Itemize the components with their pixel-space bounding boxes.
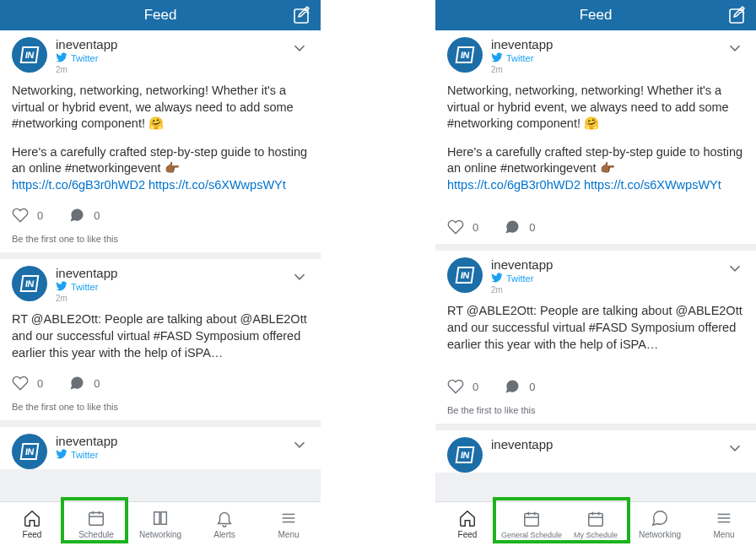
comment-icon [68,207,85,224]
twitter-icon [491,273,503,284]
like-count: 0 [472,381,478,393]
nav-networking[interactable]: Networking [628,502,692,546]
topbar-title: Feed [580,7,613,24]
post-time: 2m [491,65,553,74]
like-button[interactable]: 0 [12,207,43,224]
avatar[interactable]: IN [447,257,483,293]
bottom-nav: Feed Schedule Networking Alerts Menu [0,501,321,546]
heart-icon [12,207,29,224]
like-button[interactable]: 0 [447,219,478,235]
post-menu-chevron[interactable] [726,39,744,57]
calendar-icon [87,509,105,527]
first-like-text: Be the first to like this [447,405,744,415]
comment-button[interactable]: 0 [68,375,100,392]
first-like-text: Be the first one to like this [12,234,309,244]
avatar[interactable]: IN [447,37,483,73]
heart-icon [12,375,29,392]
comment-button[interactable]: 0 [68,207,100,224]
post-author[interactable]: ineventapp [56,37,117,51]
compose-button[interactable] [727,5,748,25]
avatar[interactable]: IN [12,266,47,301]
nav-menu[interactable]: Menu [256,502,321,546]
post-source: Twitter [71,282,98,292]
post-menu-chevron[interactable] [290,435,309,454]
post-author[interactable]: ineventapp [56,434,117,448]
post-time: 2m [56,65,117,74]
calendar-icon [522,510,541,528]
comment-count: 0 [529,221,535,234]
post-menu-chevron[interactable] [726,259,744,278]
comment-count: 0 [94,377,100,390]
home-icon [23,509,41,527]
nav-schedule[interactable]: Schedule [64,502,128,546]
nav-menu[interactable]: Menu [692,502,756,546]
feed-post: IN ineventapp Twitter 2m RT @ABLE2Ott: P… [0,259,321,420]
post-body: RT @ABLE2Ott: People are talking about @… [447,303,744,353]
post-author[interactable]: ineventapp [56,266,117,280]
post-link[interactable]: https://t.co/6gB3r0hWD2 [12,178,145,192]
like-count: 0 [37,209,43,222]
topbar-title: Feed [144,7,177,24]
like-count: 0 [472,221,478,234]
topbar: Feed [0,0,321,30]
nav-networking[interactable]: Networking [128,502,192,546]
feed-post: IN ineventapp Twitter 2m Networking, net… [0,30,321,252]
chevron-down-icon [726,39,744,57]
compose-icon [727,5,748,25]
feed-post: IN ineventapp Twitter [0,427,321,469]
nav-feed[interactable]: Feed [435,502,500,546]
avatar[interactable]: IN [12,434,47,469]
avatar[interactable]: IN [447,437,483,473]
compose-button[interactable] [292,5,312,25]
post-source: Twitter [506,273,533,284]
comment-count: 0 [94,209,100,222]
comment-count: 0 [529,381,535,393]
twitter-icon [56,281,68,293]
feed-post: IN ineventapp [435,430,756,473]
post-link[interactable]: https://t.co/s6XWwpsWYt [584,178,721,192]
feed-scroll[interactable]: IN ineventapp Twitter 2m Networking, net… [0,30,321,501]
nav-alerts[interactable]: Alerts [192,502,256,546]
post-link[interactable]: https://t.co/s6XWwpsWYt [148,178,286,192]
comment-icon [504,219,521,235]
feed-scroll[interactable]: IN ineventapp Twitter 2m Networking, net… [435,30,756,501]
post-author[interactable]: ineventapp [491,37,553,51]
calendar-icon [586,510,605,528]
nav-general-schedule[interactable]: General Schedule [500,502,564,546]
post-author[interactable]: ineventapp [491,257,553,272]
comment-icon [504,378,521,395]
post-menu-chevron[interactable] [726,439,744,457]
twitter-icon [491,52,503,64]
menu-icon [279,509,298,527]
post-time: 2m [491,285,553,295]
post-author[interactable]: ineventapp [491,437,553,451]
nav-feed[interactable]: Feed [0,502,64,546]
post-menu-chevron[interactable] [290,39,309,57]
post-link[interactable]: https://t.co/6gB3r0hWD2 [447,178,580,192]
chat-icon [651,509,669,527]
like-button[interactable]: 0 [12,375,43,392]
like-button[interactable]: 0 [447,378,478,395]
chevron-down-icon [726,439,744,457]
chevron-down-icon [290,268,309,286]
twitter-icon [56,449,68,461]
nav-my-schedule[interactable]: My Schedule [564,502,628,546]
feed-post: IN ineventapp Twitter 2m RT @ABLE2Ott: P… [435,251,756,424]
comment-icon [68,375,85,392]
heart-icon [447,219,464,235]
book-icon [151,509,170,527]
chevron-down-icon [290,435,309,454]
svg-rect-13 [589,513,603,526]
bottom-nav: Feed General Schedule My Schedule Networ… [435,501,756,546]
svg-rect-9 [525,513,539,526]
comment-button[interactable]: 0 [504,378,535,395]
like-count: 0 [37,377,43,390]
post-menu-chevron[interactable] [290,268,309,286]
post-source: Twitter [506,53,533,63]
avatar[interactable]: IN [12,37,47,73]
svg-rect-1 [89,513,104,526]
first-like-text: Be the first one to like this [12,402,309,412]
post-source: Twitter [71,53,98,63]
comment-button[interactable]: 0 [504,219,535,235]
bell-icon [215,509,234,527]
